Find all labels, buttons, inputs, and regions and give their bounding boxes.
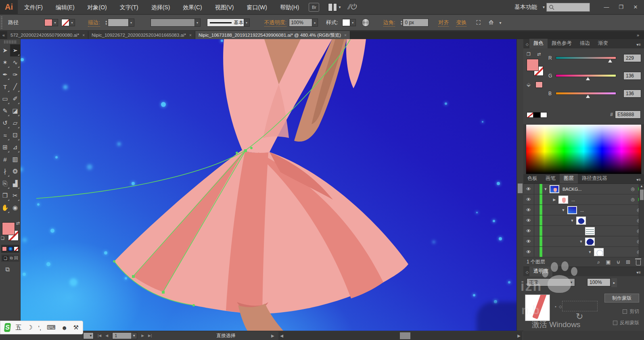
channel-value-R[interactable]: 229	[623, 54, 641, 62]
make-mask-button[interactable]: 制作蒙版	[604, 294, 639, 302]
layer-name[interactable]: ...	[571, 197, 575, 202]
menu-item-1[interactable]: 编辑(E)	[49, 0, 81, 15]
scroll-left-icon[interactable]: ◀	[278, 334, 285, 338]
pen-tool[interactable]: ✒	[0, 69, 10, 81]
gradient-mode-button[interactable]	[8, 246, 13, 251]
arrange-caret-icon[interactable]: ▾	[339, 5, 341, 9]
transparency-collapse-icon[interactable]: ◇	[523, 269, 529, 276]
layers-scroll-thumb[interactable]	[640, 190, 644, 200]
tab-颜色[interactable]: 颜色	[529, 39, 548, 48]
minimize-button[interactable]: —	[600, 2, 613, 12]
workspace-caret-icon[interactable]: ▾	[543, 5, 545, 9]
eyedropper-tool[interactable]: ∤	[0, 165, 10, 177]
paintbrush-tool[interactable]: ✐	[10, 93, 20, 105]
pencil-tool[interactable]: ✎	[0, 105, 10, 117]
gradient-tool[interactable]: ▥	[10, 153, 20, 165]
menu-item-3[interactable]: 文字(T)	[113, 0, 145, 15]
width-profile-field[interactable]	[151, 19, 195, 27]
layer-row-1[interactable]: 👁▶...◎	[523, 194, 644, 205]
gpu-performance-icon[interactable]: ⫽⏻	[347, 3, 358, 11]
tab-close-icon[interactable]: ×	[344, 33, 347, 38]
stroke-weight-dropdown-icon[interactable]: ▾	[129, 19, 134, 27]
selection-tool[interactable]: ➤	[0, 44, 10, 56]
horizontal-scroll-thumb[interactable]	[400, 332, 410, 339]
select-similar-icon[interactable]: ⟰	[489, 19, 494, 26]
lock-column[interactable]	[534, 194, 539, 204]
horizontal-scroll-track[interactable]	[285, 332, 516, 340]
style-control[interactable]: ▾	[342, 19, 356, 26]
stroke-color-control[interactable]: ▾	[61, 19, 75, 26]
none-swatch[interactable]	[527, 112, 533, 118]
stroke-weight-field[interactable]	[108, 19, 129, 27]
rotate-tool[interactable]: ↺	[0, 117, 10, 129]
fill-dropdown-icon[interactable]: ▾	[52, 19, 58, 26]
tab-描边[interactable]: 描边	[576, 39, 594, 48]
tab-close-icon[interactable]: ×	[189, 33, 192, 38]
channel-slider-G[interactable]	[556, 74, 616, 77]
eraser-tool[interactable]: ◪	[10, 105, 20, 117]
magic-wand-tool[interactable]: ✶	[0, 56, 10, 69]
expand-arrow-icon[interactable]: ▼	[570, 219, 575, 223]
close-button[interactable]: ✕	[629, 2, 642, 12]
clip-checkbox[interactable]: 剪切	[623, 308, 639, 315]
layer-name[interactable]: BACKG...	[562, 187, 582, 192]
layer-thumbnail[interactable]	[558, 196, 568, 204]
menu-item-2[interactable]: 对象(O)	[81, 0, 113, 15]
slice-tool[interactable]: ✂	[10, 190, 20, 202]
new-layer-icon[interactable]: ⊞	[626, 259, 630, 265]
channel-slider-B[interactable]	[556, 92, 616, 95]
column-graph-tool[interactable]: ▟	[10, 177, 20, 190]
fill-color-control[interactable]: ▾	[44, 19, 58, 26]
tab-close-icon[interactable]: ×	[82, 33, 85, 38]
channel-value-G[interactable]: 136	[623, 72, 641, 80]
width-tool[interactable]: ≈	[0, 129, 10, 141]
opacity-link[interactable]: 不透明度:	[264, 19, 287, 27]
dock-collapse-icon[interactable]: «	[0, 31, 7, 39]
corner-field[interactable]: 0 px	[403, 19, 429, 27]
layer-name[interactable]: ...	[580, 208, 584, 213]
vertical-scroll-thumb[interactable]	[518, 184, 523, 193]
prev-artboard-icon[interactable]: ◀	[105, 334, 108, 338]
first-artboard-icon[interactable]: |◀	[98, 334, 101, 338]
tools-panel-grip[interactable]	[4, 40, 16, 44]
invert-checkbox-box[interactable]	[613, 321, 617, 325]
visibility-eye-icon[interactable]: 👁	[523, 228, 534, 234]
rectangle-tool[interactable]: ▭	[0, 93, 10, 105]
toolbar-fill-swatch[interactable]	[2, 222, 15, 235]
screen-mode-button[interactable]: ⧉	[5, 266, 10, 273]
sogou-logo-icon[interactable]: S	[4, 323, 11, 332]
lock-column[interactable]	[534, 205, 539, 215]
menu-item-0[interactable]: 文件(F)	[18, 0, 49, 15]
wubi-mode[interactable]: 五	[15, 324, 21, 332]
menu-item-5[interactable]: 效果(C)	[176, 0, 208, 15]
tab-色板[interactable]: 色板	[523, 174, 542, 184]
artboard-number-select[interactable]: 1 ▼	[112, 332, 137, 339]
menu-item-8[interactable]: 帮助(H)	[274, 0, 305, 15]
visibility-eye-icon[interactable]: 👁	[523, 186, 534, 192]
menu-item-6[interactable]: 视图(V)	[209, 0, 240, 15]
channel-handle-R[interactable]	[608, 59, 612, 63]
layer-thumbnail[interactable]	[567, 206, 577, 214]
new-sublayer-icon[interactable]: ⊍	[617, 259, 621, 265]
recolor-artwork-icon[interactable]	[362, 19, 370, 27]
menu-item-4[interactable]: 选择(S)	[145, 0, 177, 15]
scroll-right-icon[interactable]: ▶	[516, 334, 522, 338]
opacity-field[interactable]: 100%	[289, 19, 312, 27]
moon-icon[interactable]: ☽	[27, 324, 32, 331]
stroke-weight-link[interactable]: 描边:	[88, 19, 100, 27]
color-panel-menu-icon[interactable]: ▾≡	[636, 41, 644, 48]
draw-normal-button[interactable]: ❏	[2, 256, 8, 261]
expand-arrow-icon[interactable]: ▼	[588, 250, 592, 254]
default-fill-stroke-icon[interactable]: ❏	[1, 236, 4, 240]
visibility-eye-icon[interactable]: 👁	[523, 218, 534, 223]
transform-link[interactable]: 变换	[456, 19, 466, 27]
style-dropdown-icon[interactable]: ▾	[350, 19, 356, 26]
layer-thumbnail[interactable]	[585, 227, 595, 235]
transparency-menu-icon[interactable]: ▾≡	[636, 269, 644, 276]
perspective-grid-tool[interactable]: ⊿	[10, 141, 20, 153]
object-thumbnail[interactable]	[525, 294, 550, 321]
layer-row-5[interactable]: 👁▼◎	[523, 236, 644, 247]
delete-layer-icon[interactable]	[636, 260, 641, 265]
direct-selection-tool[interactable]: ➢	[10, 44, 20, 56]
layer-thumbnail[interactable]	[594, 248, 604, 256]
